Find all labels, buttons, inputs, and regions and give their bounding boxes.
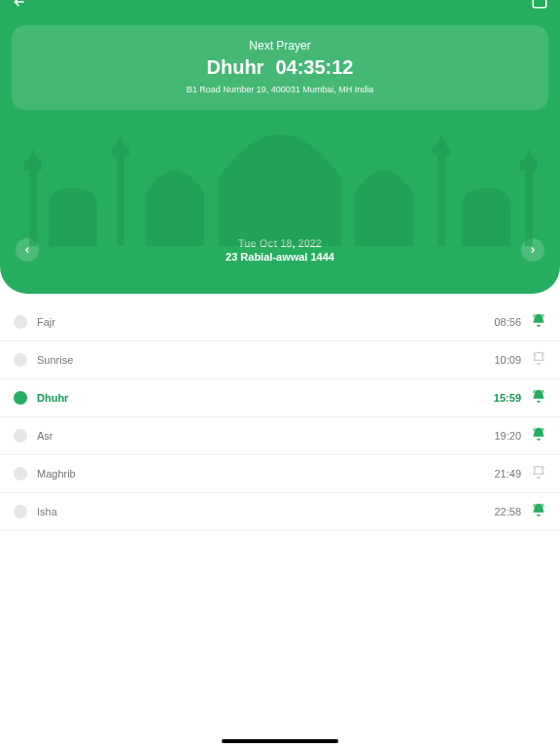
prayer-status-dot	[14, 505, 27, 518]
prayer-time: 08:56	[494, 316, 521, 328]
svg-rect-6	[112, 147, 129, 156]
back-button[interactable]	[12, 0, 27, 14]
prayer-status-dot	[14, 467, 27, 480]
svg-rect-8	[433, 147, 450, 156]
prayer-name: Sunrise	[37, 354, 494, 366]
svg-rect-2	[24, 160, 42, 170]
calendar-button[interactable]	[531, 0, 548, 14]
prayer-status-dot	[14, 353, 27, 367]
prayer-time: 19:20	[494, 430, 521, 442]
prayer-name: Asr	[37, 430, 494, 442]
prayer-name: Isha	[37, 506, 494, 517]
prayer-time: 10:09	[494, 354, 521, 366]
prayer-row-asr[interactable]: Asr19:20	[0, 417, 560, 455]
mosque-silhouette	[0, 110, 560, 246]
prayer-row-dhuhr[interactable]: Dhuhr15:59	[0, 379, 560, 417]
svg-rect-3	[525, 168, 533, 246]
bell-on-icon[interactable]	[531, 427, 546, 445]
prayer-row-sunrise[interactable]: Sunrise10:09	[0, 341, 560, 379]
bell-on-icon[interactable]	[531, 313, 546, 331]
home-indicator	[222, 739, 338, 743]
location-text: B1 Road Number 19, 400031 Mumbai, MH Ind…	[21, 85, 539, 94]
next-prayer-card: Next Prayer Dhuhr 04:35:12 B1 Road Numbe…	[12, 25, 548, 110]
prayer-time: 21:49	[494, 468, 521, 480]
bell-off-icon[interactable]	[531, 465, 546, 482]
prayer-row-maghrib[interactable]: Maghrib21:49	[0, 455, 560, 493]
svg-rect-4	[520, 160, 538, 170]
svg-rect-9	[219, 178, 341, 246]
prayer-row-isha[interactable]: Isha22:58	[0, 493, 560, 531]
hijri-date: 23 Rabial-awwal 1444	[226, 250, 334, 264]
prayer-time: 22:58	[494, 506, 521, 517]
bell-on-icon[interactable]	[531, 389, 546, 407]
header-panel: Next Prayer Dhuhr 04:35:12 B1 Road Numbe…	[0, 0, 560, 294]
svg-rect-0	[533, 0, 546, 8]
prayer-status-dot	[14, 391, 27, 405]
prayer-name: Fajr	[37, 316, 494, 328]
bell-off-icon[interactable]	[531, 351, 546, 369]
prayer-row-fajr[interactable]: Fajr08:56	[0, 303, 560, 341]
next-prayer-countdown: 04:35:12	[275, 56, 353, 79]
svg-rect-5	[117, 154, 124, 246]
bell-on-icon[interactable]	[531, 503, 546, 520]
prayer-time: 15:59	[494, 392, 521, 404]
prayer-status-dot	[14, 429, 27, 443]
next-prayer-label: Next Prayer	[21, 39, 539, 53]
prayer-list: Fajr08:56Sunrise10:09Dhuhr15:59Asr19:20M…	[0, 303, 560, 531]
next-prayer-name: Dhuhr	[207, 56, 264, 79]
prayer-name: Maghrib	[37, 468, 494, 480]
svg-rect-1	[29, 168, 37, 246]
svg-rect-7	[438, 154, 445, 246]
prayer-status-dot	[14, 315, 27, 329]
prayer-name: Dhuhr	[37, 392, 494, 404]
